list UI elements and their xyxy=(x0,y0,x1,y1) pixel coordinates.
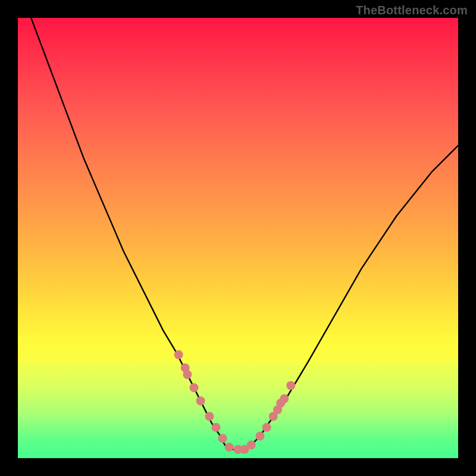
chart-frame: TheBottleneck.com xyxy=(0,0,476,476)
highlight-dot xyxy=(286,381,295,390)
highlight-dots xyxy=(174,350,296,454)
highlight-dot xyxy=(196,396,205,405)
bottleneck-curve xyxy=(18,0,458,449)
color-bands xyxy=(18,335,458,458)
highlight-dot xyxy=(212,423,221,432)
highlight-dot xyxy=(256,432,265,441)
highlight-dot xyxy=(183,370,192,379)
highlight-dot xyxy=(280,394,289,403)
highlight-dot xyxy=(190,383,199,392)
highlight-dot xyxy=(225,443,234,452)
watermark-text: TheBottleneck.com xyxy=(356,4,468,17)
highlight-dot xyxy=(218,434,227,443)
chart-overlay xyxy=(18,18,458,458)
highlight-dot xyxy=(262,423,271,432)
highlight-dot xyxy=(247,440,256,449)
highlight-dot xyxy=(174,350,183,359)
highlight-dot xyxy=(205,412,214,421)
yellow-band xyxy=(18,335,458,361)
